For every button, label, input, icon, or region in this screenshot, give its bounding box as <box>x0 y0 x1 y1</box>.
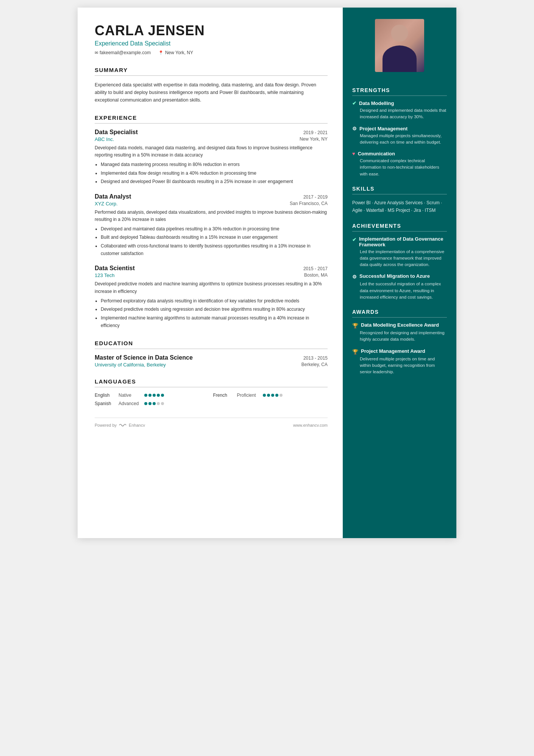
dot <box>263 394 266 397</box>
dot <box>161 394 164 397</box>
skills-text: Power BI · Azure Analysis Services · Scr… <box>352 199 447 214</box>
achievements-title: ACHIEVEMENTS <box>352 223 447 229</box>
lang-english-dots <box>144 394 164 397</box>
trophy-icon: 🏆 <box>352 323 358 329</box>
achievement-1-title: ✔ Implementation of Data Governance Fram… <box>352 236 447 247</box>
header-section: CARLA JENSEN Experienced Data Specialist… <box>95 23 328 55</box>
languages-title: LANGUAGES <box>95 378 328 385</box>
achievement-1-desc: Led the implementation of a comprehensiv… <box>352 249 447 268</box>
lang-english-name: English <box>95 393 116 398</box>
candidate-title: Experienced Data Specialist <box>95 40 328 47</box>
job-1-bullets: Managed data mastering process resulting… <box>95 161 328 185</box>
achievement-2-desc: Led the successful migration of a comple… <box>352 281 447 301</box>
job-1-desc: Developed data models, managed data mast… <box>95 144 328 159</box>
award-1: 🏆 Data Modelling Excellence Award Recogn… <box>352 322 447 343</box>
dot <box>271 394 274 397</box>
job-2-bullets: Developed and maintained data pipelines … <box>95 225 328 258</box>
job-3-sub: 123 Tech Boston, MA <box>95 272 328 278</box>
skills-section: SKILLS Power BI · Azure Analysis Service… <box>343 186 456 214</box>
check-icon: ✔ <box>352 237 356 243</box>
lang-spanish: Spanish Advanced <box>95 401 209 406</box>
bullet-item: Managed data mastering process resulting… <box>101 161 328 168</box>
achievement-2-title: ⚙ Successful Migration to Azure <box>352 273 447 280</box>
job-3-location: Boston, MA <box>304 272 328 278</box>
job-1-header: Data Specialist 2019 - 2021 <box>95 129 328 136</box>
powered-by-label: Powered by <box>95 423 117 427</box>
edu-1-header: Master of Science in Data Science 2013 -… <box>95 354 328 361</box>
job-2-header: Data Analyst 2017 - 2019 <box>95 193 328 200</box>
dot <box>144 402 147 405</box>
candidate-photo <box>375 19 424 72</box>
bullet-item: Built and deployed Tableau dashboards re… <box>101 233 328 241</box>
job-3-bullets: Performed exploratory data analysis resu… <box>95 297 328 330</box>
gear-icon: ⚙ <box>352 126 357 131</box>
strength-1: ✔ Data Modelling Designed and implemente… <box>352 100 447 121</box>
achievement-2-label: Successful Migration to Azure <box>359 273 430 279</box>
strength-2-title: ⚙ Project Management <box>352 126 447 131</box>
award-1-desc: Recognized for designing and implementin… <box>352 330 447 343</box>
strengths-section: STRENGTHS ✔ Data Modelling Designed and … <box>343 87 456 177</box>
bullet-item: Implemented data flow design resulting i… <box>101 169 328 177</box>
strengths-title: STRENGTHS <box>352 87 447 93</box>
dot <box>153 394 156 397</box>
summary-divider <box>95 75 328 76</box>
job-1-dates: 2019 - 2021 <box>303 130 328 135</box>
lang-french: French Proficient <box>213 393 328 398</box>
left-column: CARLA JENSEN Experienced Data Specialist… <box>78 8 343 538</box>
strength-1-title: ✔ Data Modelling <box>352 100 447 106</box>
lang-english: English Native <box>95 393 209 398</box>
lang-english-level: Native <box>119 393 141 398</box>
dot <box>153 402 156 405</box>
dot <box>267 394 270 397</box>
strengths-divider <box>352 95 447 96</box>
award-2-label: Project Management Award <box>361 348 425 354</box>
edu-1: Master of Science in Data Science 2013 -… <box>95 354 328 368</box>
summary-section: SUMMARY Experienced data specialist with… <box>95 67 328 104</box>
strength-3-desc: Communicated complex technical informati… <box>352 158 447 177</box>
award-1-label: Data Modelling Excellence Award <box>361 322 439 328</box>
trophy-icon: 🏆 <box>352 349 358 355</box>
job-1-location: New York, NY <box>300 136 328 142</box>
bullet-item: Developed and maintained data pipelines … <box>101 225 328 233</box>
lang-spanish-dots <box>144 402 164 405</box>
summary-text: Experienced data specialist with experti… <box>95 81 328 104</box>
award-2-desc: Delivered multiple projects on time and … <box>352 356 447 376</box>
photo-area <box>343 8 456 80</box>
experience-title: EXPERIENCE <box>95 114 328 121</box>
lang-spanish-name: Spanish <box>95 401 116 406</box>
achievements-divider <box>352 231 447 232</box>
education-divider <box>95 349 328 349</box>
dot <box>148 394 151 397</box>
job-2: Data Analyst 2017 - 2019 XYZ Corp. San F… <box>95 193 328 258</box>
languages-divider <box>95 387 328 387</box>
bullet-item: Designed and developed Power BI dashboar… <box>101 178 328 185</box>
bullet-item: Developed predictive models using regres… <box>101 305 328 313</box>
job-1-sub: ABC Inc. New York, NY <box>95 136 328 142</box>
dot-empty <box>279 394 283 397</box>
job-2-title: Data Analyst <box>95 193 131 200</box>
job-3-header: Data Scientist 2015 - 2017 <box>95 265 328 272</box>
achievement-2: ⚙ Successful Migration to Azure Led the … <box>352 273 447 301</box>
lang-french-name: French <box>213 393 234 398</box>
job-2-sub: XYZ Corp. San Francisco, CA <box>95 201 328 207</box>
edu-1-school: University of California, Berkeley <box>95 362 166 368</box>
job-3-company: 123 Tech <box>95 272 115 278</box>
award-2-title: 🏆 Project Management Award <box>352 348 447 355</box>
footer-website: www.enhancv.com <box>293 423 328 427</box>
location-contact: 📍 New York, NY <box>158 50 193 55</box>
check-icon: ✔ <box>352 100 356 106</box>
enhancv-logo-icon <box>119 423 127 428</box>
dot-empty <box>157 402 160 405</box>
dot <box>157 394 160 397</box>
bullet-item: Performed exploratory data analysis resu… <box>101 297 328 305</box>
dot-empty <box>161 402 164 405</box>
summary-title: SUMMARY <box>95 67 328 73</box>
education-section: EDUCATION Master of Science in Data Scie… <box>95 340 328 368</box>
brand-name: Enhancv <box>129 423 145 427</box>
strength-3: ♥ Communication Communicated complex tec… <box>352 151 447 177</box>
footer-brand: Powered by Enhancv <box>95 423 145 428</box>
edu-1-sub: University of California, Berkeley Berke… <box>95 362 328 368</box>
email-text: fakeemail@example.com <box>100 50 151 55</box>
right-column: STRENGTHS ✔ Data Modelling Designed and … <box>343 8 456 538</box>
achievement-1: ✔ Implementation of Data Governance Fram… <box>352 236 447 268</box>
